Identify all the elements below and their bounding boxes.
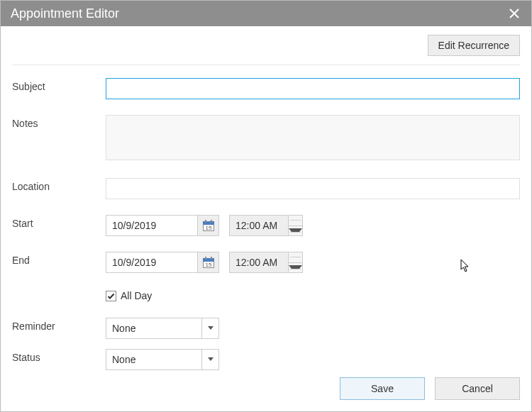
notes-row: Notes xyxy=(12,115,520,162)
chevron-up-icon xyxy=(289,220,302,221)
status-value: None xyxy=(106,350,201,369)
end-date-value: 10/9/2019 xyxy=(106,252,197,272)
end-date-picker[interactable]: 10/9/2019 15 xyxy=(106,252,219,273)
status-label: Status xyxy=(12,349,106,363)
notes-input[interactable] xyxy=(106,115,520,160)
allday-checkbox[interactable] xyxy=(106,291,116,301)
end-time-picker[interactable]: 12:00 AM xyxy=(229,252,303,273)
subject-row: Subject xyxy=(12,78,520,99)
allday-spacer xyxy=(12,289,106,291)
status-row: Status None xyxy=(12,349,520,370)
svg-rect-4 xyxy=(205,220,206,223)
dialog-footer: Save Cancel xyxy=(340,377,520,400)
svg-rect-10 xyxy=(211,257,212,260)
reminder-dropdown-button[interactable] xyxy=(201,318,218,338)
allday-text: All Day xyxy=(121,290,152,301)
start-row: Start 10/9/2019 15 xyxy=(12,215,520,236)
close-icon xyxy=(509,9,519,18)
save-button[interactable]: Save xyxy=(340,377,425,400)
check-icon xyxy=(107,292,115,300)
end-time-up-button[interactable] xyxy=(289,252,302,263)
reminder-field-wrap: None xyxy=(106,318,520,339)
status-combobox[interactable]: None xyxy=(106,349,219,370)
location-label: Location xyxy=(12,178,106,192)
reminder-label: Reminder xyxy=(12,318,106,332)
start-date-value: 10/9/2019 xyxy=(106,216,197,235)
start-date-picker[interactable]: 10/9/2019 15 xyxy=(106,215,219,236)
notes-label: Notes xyxy=(12,115,106,129)
start-date-calendar-button[interactable]: 15 xyxy=(197,216,218,235)
status-field-wrap: None xyxy=(106,349,520,370)
dialog-body: Edit Recurrence Subject Notes Location xyxy=(1,26,531,397)
reminder-row: Reminder None xyxy=(12,318,520,339)
notes-field-wrap xyxy=(106,115,520,162)
chevron-down-icon xyxy=(208,357,214,361)
title-bar: Appointment Editor xyxy=(1,1,531,26)
appointment-editor-dialog: Appointment Editor Edit Recurrence Subje… xyxy=(0,0,532,412)
calendar-icon: 15 xyxy=(202,256,215,269)
end-time-spinner xyxy=(288,252,302,272)
svg-rect-5 xyxy=(211,220,212,223)
location-input[interactable] xyxy=(106,178,520,199)
end-time-down-button[interactable] xyxy=(289,263,302,273)
toolbar: Edit Recurrence xyxy=(12,26,520,65)
location-row: Location xyxy=(12,178,520,199)
svg-rect-9 xyxy=(205,257,206,260)
start-time-up-button[interactable] xyxy=(289,216,302,226)
start-time-picker[interactable]: 12:00 AM xyxy=(229,215,303,236)
calendar-icon: 15 xyxy=(202,219,215,232)
chevron-down-icon xyxy=(208,326,214,330)
allday-field-wrap: All Day xyxy=(106,289,520,302)
svg-rect-3 xyxy=(203,222,214,225)
start-time-value: 12:00 AM xyxy=(230,216,288,235)
reminder-combobox[interactable]: None xyxy=(106,318,219,339)
end-time-value: 12:00 AM xyxy=(230,252,288,272)
end-row: End 10/9/2019 15 xyxy=(12,252,520,273)
chevron-up-icon xyxy=(289,257,302,257)
start-time-spinner xyxy=(288,216,302,235)
window-title: Appointment Editor xyxy=(11,6,504,21)
subject-input[interactable] xyxy=(106,78,520,99)
allday-row: All Day xyxy=(12,289,520,302)
chevron-down-icon xyxy=(289,228,302,233)
edit-recurrence-button[interactable]: Edit Recurrence xyxy=(428,35,520,56)
start-label: Start xyxy=(12,215,106,229)
end-label: End xyxy=(12,252,106,266)
start-field-wrap: 10/9/2019 15 xyxy=(106,215,520,236)
start-time-down-button[interactable] xyxy=(289,226,302,236)
svg-text:15: 15 xyxy=(205,225,211,231)
location-field-wrap xyxy=(106,178,520,199)
subject-label: Subject xyxy=(12,78,106,92)
cancel-button[interactable]: Cancel xyxy=(435,377,520,400)
chevron-down-icon xyxy=(289,265,302,269)
svg-text:15: 15 xyxy=(205,262,211,268)
form: Subject Notes Location xyxy=(12,65,520,370)
allday-checkbox-label[interactable]: All Day xyxy=(106,289,152,301)
reminder-value: None xyxy=(106,318,201,338)
subject-field-wrap xyxy=(106,78,520,99)
close-button[interactable] xyxy=(504,4,524,23)
status-dropdown-button[interactable] xyxy=(201,350,218,369)
end-field-wrap: 10/9/2019 15 xyxy=(106,252,520,273)
svg-rect-8 xyxy=(203,259,214,262)
end-date-calendar-button[interactable]: 15 xyxy=(197,252,218,272)
